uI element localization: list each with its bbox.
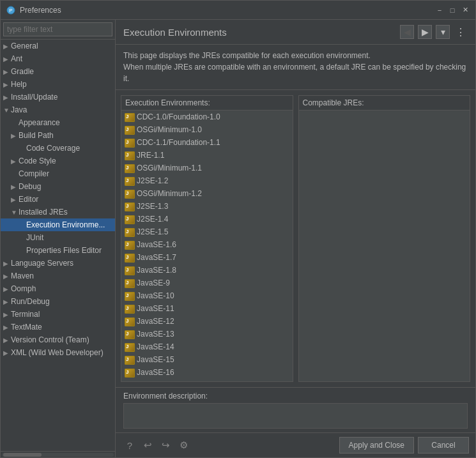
export-icon: ↪ [162,439,170,451]
sidebar-item-build-path[interactable]: ▶ Build Path [1,129,115,142]
sidebar-item-run-debug[interactable]: ▶ Run/Debug [1,295,115,308]
sidebar-item-terminal[interactable]: ▶ Terminal [1,308,115,321]
expand-arrow: ▶ [11,196,19,203]
list-item-label: J2SE-1.5 [137,227,168,236]
sidebar-item-code-coverage[interactable]: Code Coverage [1,142,115,155]
export-button[interactable]: ↪ [158,438,173,453]
list-item[interactable]: J2SE-1.3 [121,200,293,213]
sidebar-item-junit[interactable]: JUnit [1,231,115,244]
sidebar-item-install-update[interactable]: ▶ Install/Update [1,91,115,103]
jre-icon [124,125,134,135]
list-item[interactable]: CDC-1.1/Foundation-1.1 [121,136,293,149]
list-item[interactable]: JavaSE-10 [121,289,293,302]
list-item-label: JavaSE-13 [137,330,174,339]
list-item[interactable]: JavaSE-14 [121,340,293,353]
sidebar-item-label: Language Servers [11,259,73,268]
list-item[interactable]: JavaSE-16 [121,366,293,379]
list-item[interactable]: JavaSE-1.7 [121,251,293,264]
list-item[interactable]: JavaSE-13 [121,328,293,340]
list-item[interactable]: J2SE-1.4 [121,213,293,225]
jre-icon [124,227,134,237]
minimize-button[interactable]: − [434,5,445,15]
settings-button[interactable]: ⚙ [176,438,191,453]
sidebar-item-ant[interactable]: ▶ Ant [1,52,115,65]
list-item[interactable]: JavaSE-15 [121,353,293,366]
sidebar-item-help[interactable]: ▶ Help [1,78,115,91]
list-item-label: JavaSE-9 [137,279,170,287]
jre-icon [124,303,134,314]
jre-icon [124,188,134,199]
jre-list-header: Compatible JREs: [299,96,470,111]
expand-arrow: ▶ [3,298,11,305]
sidebar: ▶ General ▶ Ant ▶ Gradle ▶ Help ▶ Inst [1,20,116,457]
jre-icon [124,265,134,275]
nav-forward-button[interactable]: ▶ [418,25,432,39]
jre-icon [124,214,134,224]
sidebar-item-installed-jres[interactable]: ▼ Installed JREs [1,206,115,218]
list-item[interactable]: JavaSE-1.6 [121,238,293,251]
list-item[interactable]: JavaSE-17 [121,379,293,381]
jre-icon [124,316,134,326]
sidebar-item-textmate[interactable]: ▶ TextMate [1,321,115,333]
restore-defaults-button[interactable]: ↩ [140,438,155,453]
expand-arrow: ▶ [3,273,11,280]
jre-icon [124,355,134,365]
sidebar-item-execution-environments[interactable]: Execution Environme... [1,218,115,231]
expand-arrow: ▶ [3,311,11,318]
list-item[interactable]: J2SE-1.5 [121,225,293,238]
sidebar-item-label: Maven [11,271,34,280]
more-options-button[interactable]: ⋮ [454,25,468,39]
sidebar-item-properties-files-editor[interactable]: Properties Files Editor [1,244,115,257]
list-item[interactable]: JavaSE-1.8 [121,264,293,277]
sidebar-item-label: Oomph [11,284,36,293]
env-list-body[interactable]: CDC-1.0/Foundation-1.0 OSGi/Minimum-1.0 … [121,111,293,381]
sidebar-item-debug[interactable]: ▶ Debug [1,180,115,193]
sidebar-item-general[interactable]: ▶ General [1,40,115,52]
list-item[interactable]: OSGi/Minimum-1.2 [121,187,293,200]
search-input[interactable] [3,22,112,36]
close-button[interactable]: ✕ [460,5,470,15]
list-item[interactable]: JavaSE-11 [121,302,293,315]
description-box: This page displays the JREs compatible f… [116,45,475,90]
list-item[interactable]: CDC-1.0/Foundation-1.0 [121,111,293,123]
sidebar-item-label: Execution Environme... [26,220,105,229]
list-item[interactable]: JRE-1.1 [121,149,293,162]
sidebar-item-label: Editor [19,195,38,204]
sidebar-item-language-servers[interactable]: ▶ Language Servers [1,257,115,270]
sidebar-item-appearance[interactable]: Appearance [1,116,115,129]
jre-list-body[interactable] [299,111,470,381]
sidebar-item-label: TextMate [11,323,42,332]
sidebar-item-oomph[interactable]: ▶ Oomph [1,282,115,295]
list-item-label: OSGi/Minimum-1.0 [137,125,202,134]
sidebar-item-version-control[interactable]: ▶ Version Control (Team) [1,333,115,346]
sidebar-item-code-style[interactable]: ▶ Code Style [1,155,115,167]
help-button[interactable]: ? [122,438,137,453]
nav-dropdown-button[interactable]: ▾ [436,25,450,39]
preferences-window: P Preferences − □ ✕ ▶ General ▶ A [0,0,476,458]
list-item[interactable]: JavaSE-9 [121,277,293,289]
restore-icon: ↩ [144,439,152,451]
sidebar-item-maven[interactable]: ▶ Maven [1,270,115,282]
list-item-label: JavaSE-1.7 [137,253,176,262]
sidebar-item-label: Properties Files Editor [26,246,102,255]
list-item[interactable]: J2SE-1.2 [121,174,293,187]
nav-back-button[interactable]: ◀ [400,25,414,39]
list-item[interactable]: OSGi/Minimum-1.0 [121,123,293,136]
expand-arrow: ▼ [11,209,19,216]
sidebar-item-gradle[interactable]: ▶ Gradle [1,65,115,78]
dropdown-arrow-icon: ▾ [441,27,445,37]
sidebar-item-label: Java [11,105,27,114]
sidebar-item-label: Code Style [19,156,56,165]
sidebar-item-java[interactable]: ▼ Java [1,103,115,116]
maximize-button[interactable]: □ [447,5,457,15]
sidebar-item-compiler[interactable]: Compiler [1,167,115,180]
list-item-label: JRE-1.1 [137,151,164,160]
apply-close-button[interactable]: Apply and Close [339,437,414,454]
cancel-button[interactable]: Cancel [418,437,469,454]
sidebar-item-editor[interactable]: ▶ Editor [1,193,115,206]
horizontal-scrollbar[interactable] [1,451,115,457]
sidebar-item-xml[interactable]: ▶ XML (Wild Web Developer) [1,346,115,359]
list-item[interactable]: JavaSE-12 [121,315,293,328]
jre-icon [124,112,134,122]
list-item[interactable]: OSGi/Minimum-1.1 [121,162,293,174]
